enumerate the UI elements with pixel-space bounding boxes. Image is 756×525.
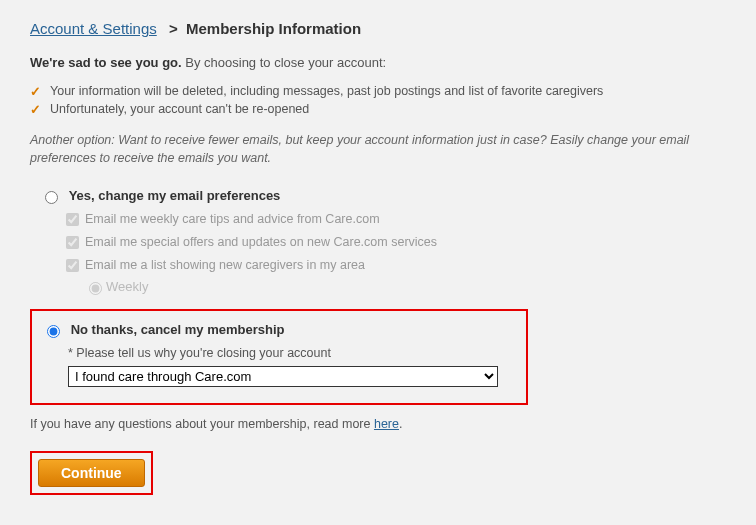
list-item: Unfortunately, your account can't be re-… xyxy=(30,102,726,116)
list-item: Your information will be deleted, includ… xyxy=(30,84,726,98)
frequency-option: Weekly xyxy=(84,279,726,296)
other-option-note: Another option: Want to receive fewer em… xyxy=(30,132,726,167)
read-more-link[interactable]: here xyxy=(374,417,399,431)
checkbox-offers-label: Email me special offers and updates on n… xyxy=(85,234,437,248)
breadcrumb-separator: > xyxy=(165,20,178,37)
option-email-prefs: Yes, change my email preferences xyxy=(40,187,726,204)
radio-weekly-label: Weekly xyxy=(106,279,148,294)
radio-email-prefs[interactable] xyxy=(45,191,58,204)
email-pref-options: Email me weekly care tips and advice fro… xyxy=(62,210,726,296)
intro-bold: We're sad to see you go. xyxy=(30,55,182,70)
consequences-list: Your information will be deleted, includ… xyxy=(30,84,726,116)
cancel-membership-highlight: No thanks, cancel my membership * Please… xyxy=(30,309,528,405)
reason-prompt: * Please tell us why you're closing your… xyxy=(68,346,516,360)
radio-weekly[interactable] xyxy=(89,282,102,295)
breadcrumb-link-account-settings[interactable]: Account & Settings xyxy=(30,20,157,37)
breadcrumb-current: Membership Information xyxy=(186,20,361,37)
checkbox-caregivers-label: Email me a list showing new caregivers i… xyxy=(85,257,365,271)
checkbox-tips[interactable] xyxy=(66,213,79,226)
checkbox-offers[interactable] xyxy=(66,236,79,249)
reason-select[interactable]: I found care through Care.com xyxy=(68,366,498,387)
checkbox-tips-row: Email me weekly care tips and advice fro… xyxy=(62,210,726,229)
checkbox-caregivers-row: Email me a list showing new caregivers i… xyxy=(62,256,726,275)
checkbox-caregivers[interactable] xyxy=(66,259,79,272)
questions-text: If you have any questions about your mem… xyxy=(30,417,726,431)
breadcrumb: Account & Settings > Membership Informat… xyxy=(30,20,726,37)
questions-period: . xyxy=(399,417,402,431)
checkbox-offers-row: Email me special offers and updates on n… xyxy=(62,233,726,252)
option-cancel: No thanks, cancel my membership xyxy=(42,321,516,338)
intro-rest: By choosing to close your account: xyxy=(182,55,387,70)
radio-cancel[interactable] xyxy=(47,325,60,338)
radio-cancel-label: No thanks, cancel my membership xyxy=(71,322,285,337)
radio-email-prefs-label: Yes, change my email preferences xyxy=(69,188,281,203)
checkbox-tips-label: Email me weekly care tips and advice fro… xyxy=(85,211,380,225)
continue-highlight: Continue xyxy=(30,451,153,495)
intro-text: We're sad to see you go. By choosing to … xyxy=(30,55,726,70)
continue-button[interactable]: Continue xyxy=(38,459,145,487)
questions-prefix: If you have any questions about your mem… xyxy=(30,417,374,431)
